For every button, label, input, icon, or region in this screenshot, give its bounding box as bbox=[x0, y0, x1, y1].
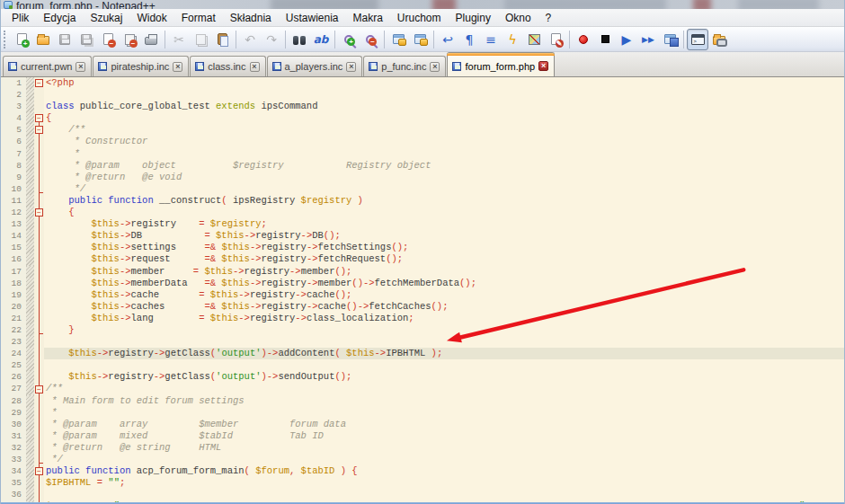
bookmark-margin[interactable] bbox=[26, 112, 34, 124]
bookmark-margin[interactable] bbox=[26, 442, 34, 454]
line-number[interactable]: 1 bbox=[1, 77, 26, 89]
bookmark-margin[interactable] bbox=[26, 77, 34, 89]
line-number[interactable]: 4 bbox=[1, 112, 26, 124]
close-file-button[interactable]: − bbox=[97, 29, 119, 50]
line-number[interactable]: 9 bbox=[1, 172, 26, 183]
cut-button[interactable]: ✂ bbox=[168, 29, 190, 50]
line-number[interactable]: 28 bbox=[1, 395, 26, 407]
bookmark-margin[interactable] bbox=[26, 207, 34, 218]
tab-close-icon[interactable]: × bbox=[250, 62, 260, 72]
menu-item-4[interactable]: Format bbox=[174, 10, 223, 26]
document-map-button[interactable] bbox=[523, 29, 545, 50]
macro-stop-button[interactable] bbox=[594, 29, 616, 50]
line-number[interactable]: 23 bbox=[1, 336, 26, 348]
code-text[interactable]: * @param array $member forum data bbox=[44, 419, 844, 430]
code-text[interactable] bbox=[44, 336, 844, 348]
line-number[interactable]: 12 bbox=[1, 207, 26, 218]
bookmark-margin[interactable] bbox=[26, 359, 34, 371]
tab-close-icon[interactable]: × bbox=[173, 62, 182, 72]
line-number[interactable]: 6 bbox=[1, 136, 26, 147]
code-text[interactable]: $this->memberData =& $this->registry->me… bbox=[44, 278, 844, 289]
close-all-button[interactable]: − bbox=[119, 29, 140, 50]
fold-collapse-icon[interactable]: − bbox=[35, 79, 43, 87]
code-text[interactable]: public function __construct( ipsRegistry… bbox=[44, 195, 844, 207]
line-number[interactable]: 16 bbox=[1, 253, 26, 265]
code-text[interactable]: } bbox=[44, 324, 844, 336]
print-button[interactable] bbox=[140, 29, 162, 50]
bookmark-margin[interactable] bbox=[26, 489, 34, 500]
bookmark-margin[interactable] bbox=[26, 454, 34, 465]
line-number[interactable]: 8 bbox=[1, 160, 26, 172]
replace-button[interactable]: ab bbox=[310, 29, 332, 50]
bookmark-margin[interactable] bbox=[26, 419, 34, 430]
console-button[interactable] bbox=[687, 29, 708, 50]
code-text[interactable] bbox=[44, 359, 844, 371]
macro-play-button[interactable]: ▶ bbox=[616, 29, 637, 50]
macro-run-multiple-button[interactable]: ▶▶ bbox=[637, 29, 659, 50]
line-number[interactable]: 26 bbox=[1, 371, 26, 383]
code-text[interactable]: { bbox=[44, 207, 844, 218]
sync-horizontal-button[interactable] bbox=[409, 29, 431, 50]
fold-collapse-icon[interactable]: − bbox=[35, 126, 43, 134]
bookmark-margin[interactable] bbox=[26, 324, 34, 336]
bookmark-margin[interactable] bbox=[26, 430, 34, 442]
line-number[interactable]: 10 bbox=[1, 183, 26, 195]
sync-vertical-button[interactable] bbox=[387, 29, 409, 50]
line-number[interactable]: 21 bbox=[1, 313, 26, 324]
code-text[interactable]: $this->DB = $this->registry->DB(); bbox=[44, 230, 844, 242]
bookmark-margin[interactable] bbox=[26, 371, 34, 383]
code-text[interactable] bbox=[44, 489, 844, 500]
redo-button[interactable]: ↷ bbox=[261, 29, 282, 50]
line-number[interactable]: 34 bbox=[1, 465, 26, 477]
line-number[interactable]: 35 bbox=[1, 477, 26, 489]
bookmark-margin[interactable] bbox=[26, 218, 34, 230]
line-number[interactable]: 18 bbox=[1, 278, 26, 289]
code-text[interactable]: $IPBHTML = ""; bbox=[44, 477, 844, 489]
bookmark-margin[interactable] bbox=[26, 124, 34, 136]
bookmark-margin[interactable] bbox=[26, 101, 34, 112]
line-number[interactable]: 22 bbox=[1, 324, 26, 336]
menu-item-9[interactable]: Pluginy bbox=[449, 10, 498, 26]
tab-class.inc[interactable]: class.inc× bbox=[190, 56, 265, 76]
show-all-characters-button[interactable]: ¶ bbox=[458, 29, 480, 50]
bookmark-margin[interactable] bbox=[26, 477, 34, 489]
code-text[interactable]: $this->caches =& $this->registry->cache(… bbox=[44, 301, 844, 313]
fold-collapse-icon[interactable]: − bbox=[35, 467, 43, 475]
tab-close-icon[interactable]: × bbox=[430, 62, 440, 72]
menu-item-10[interactable]: Okno bbox=[498, 10, 538, 26]
code-text[interactable]: * Main form to edit forum settings bbox=[44, 395, 844, 407]
bookmark-margin[interactable] bbox=[26, 301, 34, 313]
bookmark-margin[interactable] bbox=[26, 278, 34, 289]
code-text[interactable]: * Constructor bbox=[44, 136, 844, 147]
code-text[interactable]: class public_core_global_test extends ip… bbox=[44, 101, 844, 112]
open-containing-folder-button[interactable] bbox=[708, 29, 730, 50]
fold-collapse-icon[interactable]: − bbox=[35, 114, 43, 122]
code-text[interactable]: $this->registry->getClass('output')->add… bbox=[44, 348, 844, 359]
line-number[interactable]: 27 bbox=[1, 383, 26, 394]
bookmark-margin[interactable] bbox=[26, 407, 34, 419]
bookmark-margin[interactable] bbox=[26, 89, 34, 101]
line-number[interactable]: 11 bbox=[1, 195, 26, 207]
line-number[interactable]: 17 bbox=[1, 266, 26, 278]
line-number[interactable]: 29 bbox=[1, 407, 26, 419]
line-number[interactable]: 36 bbox=[1, 489, 26, 500]
code-text[interactable]: $this->cache = $this->registry->cache(); bbox=[44, 289, 844, 301]
code-text[interactable]: * @param object $registry Registry objec… bbox=[44, 160, 844, 172]
macro-save-button[interactable] bbox=[659, 29, 680, 50]
menu-item-1[interactable]: Edycja bbox=[36, 10, 83, 26]
code-text[interactable]: * @return @e void bbox=[44, 172, 844, 183]
code-text[interactable]: */ bbox=[44, 183, 844, 195]
code-text[interactable]: $this->lang = $this->registry->class_loc… bbox=[44, 313, 844, 324]
menu-item-7[interactable]: Makra bbox=[346, 10, 390, 26]
line-number[interactable]: 7 bbox=[1, 148, 26, 160]
find-button[interactable] bbox=[289, 29, 310, 50]
code-text[interactable]: $this->request =& $this->registry->fetch… bbox=[44, 253, 844, 265]
line-number[interactable]: 30 bbox=[1, 419, 26, 430]
code-text[interactable]: $this->settings =& $this->registry->fetc… bbox=[44, 242, 844, 253]
define-language-button[interactable]: ✎ bbox=[545, 29, 566, 50]
menu-item-11[interactable]: ? bbox=[538, 10, 559, 26]
bookmark-margin[interactable] bbox=[26, 395, 34, 407]
bookmark-margin[interactable] bbox=[26, 266, 34, 278]
word-wrap-button[interactable]: ↩ bbox=[437, 29, 458, 50]
zoom-out-button[interactable]: − bbox=[360, 29, 381, 50]
